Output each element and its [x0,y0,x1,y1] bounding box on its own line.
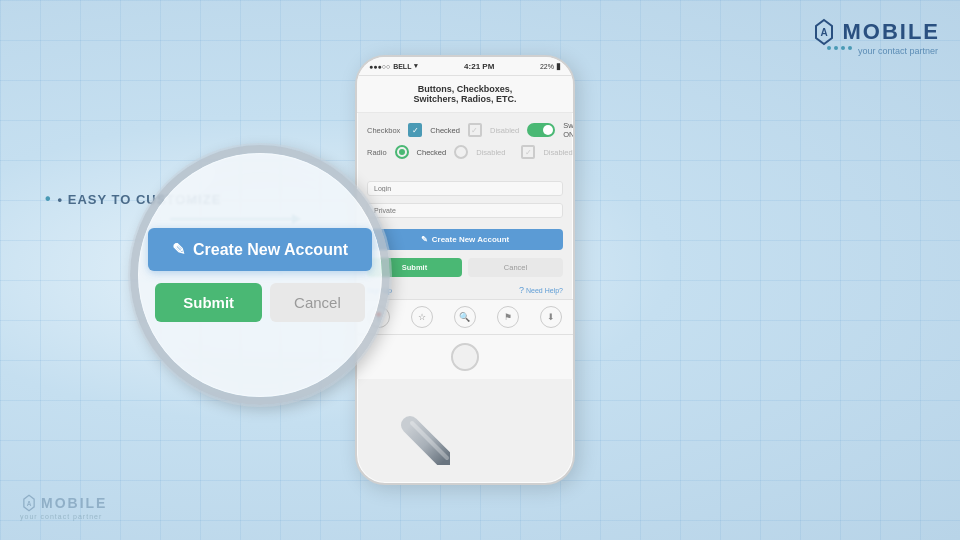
carrier-text: BELL [393,63,411,70]
logo-text: MOBILE [842,19,940,45]
checkbox-checked[interactable] [408,123,422,137]
nav-download-icon[interactable]: ⬇ [540,306,562,328]
svg-line-2 [410,425,445,460]
logo-bottom-left: A MOBILE your contact partner [20,494,107,520]
logo-tagline: your contact partner [858,46,938,56]
logo-bottom-icon: A [20,494,38,512]
magnifier-handle-svg [320,335,450,465]
checked-text: Checked [430,126,460,135]
phone-header-title: Buttons, Checkboxes, [367,84,563,94]
radio-disabled[interactable] [454,145,468,159]
status-carrier: ●●●○○ BELL ▾ [369,62,418,70]
magnifier: ✎ Create New Account Submit Cancel [130,145,450,465]
magnified-action-buttons: Submit Cancel [155,283,365,322]
phone-status-bar: ●●●○○ BELL ▾ 4:21 PM 22% ▮ [357,57,573,76]
phone-header: Buttons, Checkboxes, Switchers, Radios, … [357,76,573,113]
logo-top-right: A MOBILE your contact partner [810,18,940,56]
magnified-create-label: Create New Account [193,241,348,259]
switcher-on-text: Switcher ON [563,121,575,139]
nav-search-icon[interactable]: 🔍 [454,306,476,328]
magnified-create-button[interactable]: ✎ Create New Account [148,228,372,271]
home-button[interactable] [451,343,479,371]
cancel-button[interactable]: Cancel [468,258,563,277]
logo-dots: your contact partner [827,46,938,56]
checkbox-row: Checkbox Checked Disabled Switcher ON [367,121,563,139]
disabled-text-3: Disabled [543,148,572,157]
magnified-create-icon: ✎ [172,240,185,259]
battery-text: 22% [540,63,554,70]
magnified-cancel-button[interactable]: Cancel [270,283,365,322]
logo-bottom-tagline: your contact partner [20,513,107,520]
need-help: ? Need Help? [519,285,563,295]
phone-header-subtitle: Switchers, Radios, ETC. [367,94,563,104]
logo-icon: A [810,18,838,46]
status-right: 22% ▮ [540,61,561,71]
checkbox-disabled-2[interactable] [521,145,535,159]
magnified-submit-button[interactable]: Submit [155,283,262,322]
checkbox-disabled[interactable] [468,123,482,137]
logo-bottom-text: MOBILE [41,495,107,511]
toggle-switch[interactable] [527,123,555,137]
status-time: 4:21 PM [464,62,494,71]
nav-flag-icon[interactable]: ⚑ [497,306,519,328]
svg-text:A: A [821,27,828,38]
disabled-text-1: Disabled [490,126,519,135]
disabled-text-2: Disabled [476,148,505,157]
svg-text:A: A [27,500,32,507]
need-help-link[interactable]: Need Help? [526,287,563,294]
checkbox-label: Checkbox [367,126,400,135]
